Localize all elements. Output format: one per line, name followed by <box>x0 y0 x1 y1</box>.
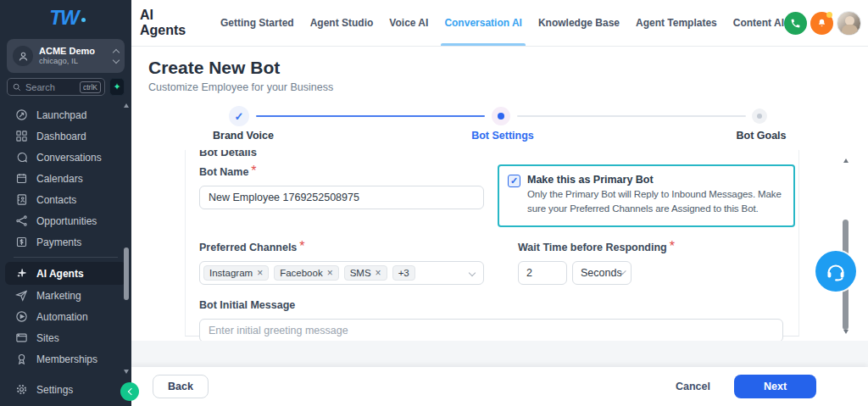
preferred-channels-multiselect[interactable]: Instagram × Facebook × SMS × +3 <box>199 261 484 285</box>
primary-bot-highlight-box[interactable]: ✓ Make this as Primary Bot Only the Prim… <box>498 164 795 227</box>
sidebar-item-label: Memberships <box>36 353 97 365</box>
wizard-footer: Back Cancel Next <box>131 367 868 406</box>
sidebar-item-sites[interactable]: Sites <box>0 327 131 348</box>
tab-knowledge-base[interactable]: Knowledge Base <box>538 0 620 46</box>
ribbon-icon <box>15 353 28 365</box>
chevron-down-icon[interactable] <box>469 270 476 276</box>
sidebar-item-label: AI Agents <box>36 268 84 280</box>
bot-name-label: Bot Name <box>199 166 248 178</box>
tab-voice-ai[interactable]: Voice AI <box>389 0 428 46</box>
stepper-line-complete <box>256 115 485 117</box>
preferred-channels-label: Preferred Channels <box>199 242 297 253</box>
sidebar-item-label: Launchpad <box>36 109 86 121</box>
primary-bot-checkbox[interactable]: ✓ <box>508 175 520 187</box>
initial-message-field: Bot Initial Message This is the First Me… <box>199 297 783 341</box>
close-icon[interactable]: × <box>376 268 381 278</box>
form-section-heading: Bot Details <box>199 150 793 159</box>
initial-message-label: Bot Initial Message <box>199 299 295 311</box>
scroll-up-icon[interactable] <box>124 103 129 108</box>
support-chat-widget[interactable] <box>815 251 856 292</box>
channel-more-badge[interactable]: +3 <box>392 265 415 281</box>
tab-bar: Getting Started Agent Studio Voice AI Co… <box>220 0 784 46</box>
form-scroll-area: Bot Details Bot Name* ✓ Make this as Pri… <box>131 150 868 341</box>
phone-button[interactable] <box>784 12 807 35</box>
brand-logo: TW <box>0 0 131 36</box>
sidebar-item-label: Sites <box>36 332 59 344</box>
sidebar-item-launchpad[interactable]: Launchpad <box>0 104 131 125</box>
dashboard-icon <box>15 130 28 142</box>
payments-icon <box>15 236 28 248</box>
sidebar-item-label: Automation <box>36 311 88 323</box>
account-location: chicago, IL <box>39 57 108 66</box>
sidebar-item-calendars[interactable]: Calendars <box>0 168 131 189</box>
contacts-book-icon <box>15 193 28 206</box>
step-label-brand-voice[interactable]: Brand Voice <box>213 130 274 142</box>
account-avatar-icon <box>13 46 33 66</box>
wait-time-unit-select[interactable]: Seconds <box>572 261 632 285</box>
close-icon[interactable]: × <box>327 268 333 278</box>
sidebar-item-ai-agents[interactable]: AI Agents <box>5 262 126 285</box>
check-icon: ✓ <box>510 175 518 186</box>
scroll-down-icon[interactable] <box>124 370 129 374</box>
bot-name-input[interactable] <box>199 186 484 209</box>
channel-chip-instagram[interactable]: Instagram × <box>203 265 269 281</box>
primary-bot-description: Only the Primary Bot will Reply to Inbou… <box>527 187 785 215</box>
tab-getting-started[interactable]: Getting Started <box>220 0 294 46</box>
page-header: Create New Bot Customize Employee for yo… <box>131 47 868 91</box>
sidebar-collapse-button[interactable] <box>120 382 139 401</box>
sidebar-item-marketing[interactable]: Marketing <box>0 285 131 306</box>
scroll-down-icon[interactable] <box>843 330 849 334</box>
tab-agent-studio[interactable]: Agent Studio <box>310 0 374 46</box>
launchpad-icon <box>15 108 28 121</box>
channel-chip-facebook[interactable]: Facebook × <box>274 265 339 281</box>
required-marker: * <box>670 239 675 253</box>
automation-play-icon <box>15 310 28 323</box>
sidebar-item-label: Contacts <box>36 194 76 206</box>
wait-time-input[interactable] <box>518 261 567 285</box>
phone-icon <box>790 18 801 29</box>
brand-logo-text: TW <box>49 6 77 30</box>
next-button[interactable]: Next <box>734 375 816 398</box>
scroll-up-icon[interactable] <box>843 159 849 163</box>
bot-details-panel: Bot Details Bot Name* ✓ Make this as Pri… <box>185 150 799 336</box>
check-icon: ✓ <box>235 110 244 123</box>
close-icon[interactable]: × <box>257 268 263 278</box>
tab-agent-templates[interactable]: Agent Templates <box>636 0 717 46</box>
form-scrollbar[interactable] <box>842 157 850 336</box>
headset-icon <box>825 260 847 282</box>
step-label-bot-settings[interactable]: Bot Settings <box>471 130 534 142</box>
sidebar-item-settings[interactable]: Settings <box>0 379 131 400</box>
brand-logo-dot <box>81 18 86 22</box>
step-bot-goals-dot[interactable] <box>752 108 767 124</box>
account-switcher[interactable]: ACME Demo chicago, IL <box>7 39 125 73</box>
sidebar-item-memberships[interactable]: Memberships <box>0 348 131 370</box>
sidebar-ai-button[interactable]: ✦ <box>109 78 125 96</box>
sidebar-scroll-thumb[interactable] <box>124 247 129 300</box>
cancel-button[interactable]: Cancel <box>676 381 710 392</box>
channel-chip-sms[interactable]: SMS × <box>344 265 387 281</box>
sidebar-item-label: Dashboard <box>36 131 86 142</box>
sidebar-search-input[interactable]: Search ctrlK <box>7 78 105 96</box>
sidebar-item-dashboard[interactable]: Dashboard <box>0 125 131 147</box>
tab-content-ai[interactable]: Content AI <box>733 0 784 46</box>
step-brand-voice-check[interactable]: ✓ <box>229 106 249 126</box>
sidebar-item-contacts[interactable]: Contacts <box>0 189 131 210</box>
sidebar-item-payments[interactable]: Payments <box>0 231 131 253</box>
step-label-bot-goals[interactable]: Bot Goals <box>736 130 786 142</box>
bell-icon <box>816 18 827 29</box>
user-avatar[interactable] <box>837 11 861 36</box>
step-bot-settings-dot[interactable] <box>492 107 510 125</box>
opportunities-icon <box>15 214 28 227</box>
sidebar-item-automation[interactable]: Automation <box>0 306 131 327</box>
content-gap <box>131 341 868 367</box>
initial-message-input[interactable] <box>199 319 783 341</box>
ai-spark-icon: ✦ <box>113 81 120 92</box>
sidebar-scrollbar[interactable] <box>123 103 130 374</box>
chat-bubble-icon <box>15 151 28 164</box>
tab-conversation-ai[interactable]: Conversation AI <box>444 0 522 46</box>
back-button[interactable]: Back <box>153 375 209 398</box>
sidebar-item-conversations[interactable]: Conversations <box>0 147 131 168</box>
sidebar-item-opportunities[interactable]: Opportunities <box>0 210 131 231</box>
sidebar-item-label: Payments <box>36 236 81 248</box>
notifications-button[interactable] <box>810 12 833 35</box>
